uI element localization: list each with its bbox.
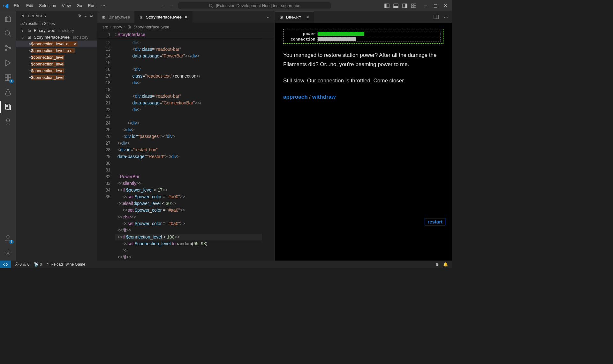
activity-twee-icon[interactable] — [4, 117, 12, 126]
power-bar — [317, 32, 441, 36]
editor-group: 🗎 Binary.twee 🗎 StoryInterface.twee ✕ ⋯ … — [97, 11, 275, 261]
activity-references-icon[interactable] — [4, 102, 12, 111]
svg-point-0 — [209, 4, 212, 7]
clear-icon[interactable]: ⧉ — [90, 14, 93, 18]
menu-file[interactable]: File — [11, 2, 23, 9]
link-withdraw[interactable]: withdraw — [312, 94, 336, 100]
link-approach[interactable]: approach — [283, 94, 308, 100]
close-icon[interactable]: ✕ — [184, 15, 188, 19]
minimap[interactable] — [262, 38, 275, 261]
layout-left-icon[interactable] — [384, 3, 390, 9]
tab-binary[interactable]: 🗎 Binary.twee — [97, 11, 135, 23]
file-name: Binary.twee — [34, 28, 55, 33]
svg-point-15 — [5, 49, 7, 51]
breadcrumb-segment[interactable]: StoryInterface.twee — [133, 25, 169, 29]
line-gutter: 1213141516171819202122232425262728293031… — [97, 38, 115, 261]
customize-layout-icon[interactable] — [411, 3, 417, 9]
activity-search-icon[interactable] — [4, 29, 12, 38]
editor-overflow-icon[interactable]: ⋯ — [260, 11, 275, 23]
more-icon[interactable]: ⋯ — [444, 15, 448, 19]
tab-label: StoryInterface.twee — [146, 15, 182, 19]
tab-label: Binary.twee — [109, 15, 130, 19]
svg-rect-11 — [414, 6, 416, 8]
window-close-icon[interactable]: ✕ — [444, 3, 447, 8]
chevron-down-icon: ⌄ — [20, 35, 25, 40]
svg-rect-10 — [412, 6, 413, 8]
file-icon: 🗎 — [27, 28, 32, 33]
layout-bottom-icon[interactable] — [393, 3, 399, 9]
menu-overflow[interactable]: ⋯ — [99, 2, 108, 9]
status-ports[interactable]: 📡 0 — [34, 262, 42, 267]
refresh-icon[interactable]: ↻ — [78, 14, 81, 18]
activity-scm-icon[interactable] — [4, 44, 12, 53]
file-row[interactable]: ⌄ 🗎 StoryInterface.twee src\story — [16, 34, 97, 41]
close-icon[interactable]: ✕ — [72, 42, 77, 46]
svg-point-12 — [5, 31, 10, 35]
story-text: You managed to restore station power? Af… — [281, 50, 445, 93]
svg-rect-19 — [8, 75, 11, 77]
menu-go[interactable]: Go — [74, 2, 85, 9]
command-center[interactable]: [Extension Development Host] test-sugarc… — [178, 2, 331, 9]
status-reload[interactable]: ↻ Reload Twine Game — [46, 262, 85, 267]
activity-testing-icon[interactable] — [4, 88, 12, 97]
command-center-text: [Extension Development Host] test-sugarc… — [216, 3, 300, 8]
file-icon: 🗎 — [139, 15, 143, 19]
code-area[interactable]: div> <div class="readout-bar" data-passa… — [115, 38, 262, 261]
preview-tab[interactable]: 🗎 BINARY ✕ — [275, 11, 314, 23]
svg-rect-18 — [5, 75, 8, 77]
window-maximize-icon[interactable]: ▢ — [434, 3, 437, 8]
activity-explorer-icon[interactable] — [4, 14, 12, 23]
connection-bar — [317, 37, 441, 42]
menu-view[interactable]: View — [59, 2, 73, 9]
menu-run[interactable]: Run — [85, 2, 98, 9]
preview-panel: 🗎 BINARY ✕ ⋯ power connection — [275, 11, 452, 261]
restart-button[interactable]: restart — [425, 218, 445, 225]
collapse-icon[interactable]: ≡ — [85, 14, 87, 18]
status-bell-icon[interactable]: 🔔 — [443, 262, 448, 267]
reference-match[interactable]: + $connection_level — [16, 74, 97, 81]
svg-point-27 — [7, 236, 9, 238]
reference-match[interactable]: + $connection_level — [16, 61, 97, 67]
nav-back-icon[interactable]: ← — [161, 3, 165, 8]
reference-match[interactable]: + $connection_level — [16, 54, 97, 61]
nav-forward-icon[interactable]: → — [169, 3, 173, 8]
svg-rect-5 — [394, 6, 398, 8]
svg-line-1 — [212, 6, 213, 8]
breadcrumb-segment[interactable]: story — [113, 25, 122, 29]
status-problems[interactable]: ⓧ 0 ⚠ 0 — [15, 262, 29, 267]
menu-selection[interactable]: Selection — [36, 2, 58, 9]
status-feedback-icon[interactable]: ⊕ — [435, 262, 439, 267]
panel-title: REFERENCES — [20, 14, 46, 18]
remote-icon[interactable] — [0, 261, 11, 268]
activity-accounts-icon[interactable]: 1 — [4, 234, 12, 243]
line-number: 1 — [97, 31, 115, 38]
reference-match[interactable]: <$connection_level >...✕ — [16, 41, 97, 47]
file-icon: 🗎 — [127, 25, 132, 29]
breadcrumb-segment[interactable]: src — [102, 25, 108, 29]
menu-bar: File Edit Selection View Go Run ⋯ — [11, 2, 108, 9]
file-icon: 🗎 — [27, 35, 32, 40]
window-minimize-icon[interactable]: ─ — [424, 3, 427, 8]
tab-storyinterface[interactable]: 🗎 StoryInterface.twee ✕ — [135, 11, 193, 23]
activity-run-icon[interactable] — [4, 58, 12, 67]
reference-match[interactable]: + $connection_level — [16, 67, 97, 74]
file-row[interactable]: › 🗎 Binary.twee src\story — [16, 27, 97, 34]
split-icon[interactable] — [434, 15, 439, 19]
file-icon: 🗎 — [102, 15, 106, 19]
svg-line-13 — [9, 34, 11, 36]
story-choices: approach / withdraw — [281, 93, 445, 101]
svg-rect-7 — [405, 4, 407, 8]
reference-match[interactable]: <$connection_level to r... — [16, 47, 97, 54]
svg-point-26 — [6, 119, 10, 122]
activity-extensions-icon[interactable]: 1 — [4, 73, 12, 82]
search-icon — [209, 4, 213, 8]
close-icon[interactable]: ✕ — [306, 15, 309, 19]
svg-rect-8 — [412, 4, 413, 5]
breadcrumb[interactable]: src› story› 🗎 StoryInterface.twee — [97, 23, 275, 31]
link-separator: / — [308, 94, 312, 100]
file-path: src\story — [73, 35, 88, 40]
vscode-logo-icon — [0, 3, 11, 9]
activity-settings-icon[interactable] — [4, 248, 12, 257]
menu-edit[interactable]: Edit — [24, 2, 36, 9]
layout-right-icon[interactable] — [402, 3, 408, 9]
